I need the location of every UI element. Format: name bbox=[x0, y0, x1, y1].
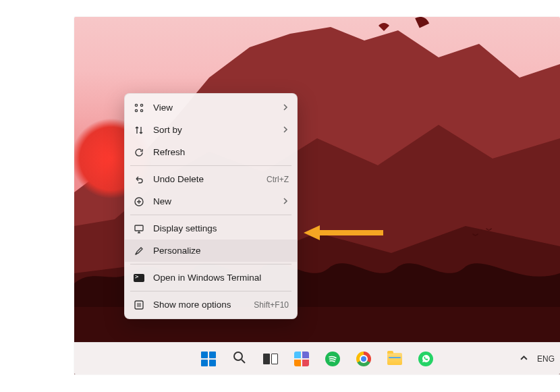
system-tray: ENG bbox=[520, 354, 555, 364]
search-icon bbox=[232, 350, 247, 368]
whatsapp-icon bbox=[418, 352, 433, 366]
start-button[interactable] bbox=[196, 346, 221, 372]
menu-item-refresh[interactable]: Refresh bbox=[125, 141, 297, 163]
svg-point-2 bbox=[135, 109, 137, 111]
file-explorer-button[interactable] bbox=[382, 346, 408, 372]
language-indicator[interactable]: ENG bbox=[537, 354, 555, 364]
menu-item-undo-delete[interactable]: Undo Delete Ctrl+Z bbox=[125, 168, 297, 190]
wallpaper-paraglider bbox=[378, 21, 390, 35]
spotify-button[interactable] bbox=[320, 346, 345, 372]
wallpaper-bird: ︾ bbox=[486, 226, 493, 235]
menu-item-new[interactable]: New bbox=[125, 190, 297, 213]
menu-item-accelerator: Ctrl+Z bbox=[267, 175, 289, 184]
menu-item-label: Show more options bbox=[153, 300, 246, 310]
menu-item-label: Open in Windows Terminal bbox=[153, 273, 289, 283]
menu-item-view[interactable]: View bbox=[125, 96, 297, 119]
menu-item-open-terminal[interactable]: Open in Windows Terminal bbox=[125, 267, 297, 289]
desktop-wallpaper-area[interactable]: ︾ ︾ View Sort by Refresh Undo Delete Ctr… bbox=[74, 17, 560, 374]
menu-item-personalize[interactable]: Personalize bbox=[125, 240, 297, 262]
tray-overflow-button[interactable] bbox=[520, 354, 528, 364]
search-button[interactable] bbox=[227, 346, 252, 372]
brush-icon bbox=[133, 245, 145, 257]
chevron-right-icon bbox=[282, 103, 289, 113]
annotation-arrow bbox=[304, 223, 385, 243]
sort-icon bbox=[133, 124, 145, 136]
widgets-icon bbox=[294, 352, 309, 366]
spotify-icon bbox=[325, 352, 340, 366]
svg-point-1 bbox=[140, 104, 142, 106]
menu-item-label: Refresh bbox=[153, 147, 289, 157]
chrome-button[interactable] bbox=[351, 346, 376, 372]
svg-rect-5 bbox=[135, 225, 143, 231]
menu-item-sort-by[interactable]: Sort by bbox=[125, 119, 297, 141]
menu-item-label: Display settings bbox=[153, 223, 289, 233]
wallpaper-bird: ︾ bbox=[472, 231, 479, 241]
menu-separator bbox=[130, 165, 291, 166]
whatsapp-button[interactable] bbox=[413, 346, 439, 372]
chevron-right-icon bbox=[282, 196, 289, 206]
menu-separator bbox=[130, 215, 291, 215]
undo-icon bbox=[133, 173, 145, 186]
menu-item-label: Personalize bbox=[153, 246, 289, 256]
menu-separator bbox=[130, 264, 291, 264]
more-icon bbox=[133, 299, 145, 311]
svg-point-0 bbox=[135, 104, 137, 106]
desktop-context-menu: View Sort by Refresh Undo Delete Ctrl+Z … bbox=[124, 93, 298, 319]
chrome-icon bbox=[356, 352, 371, 366]
plus-icon bbox=[133, 196, 145, 208]
chevron-right-icon bbox=[282, 125, 289, 135]
menu-item-label: View bbox=[153, 103, 274, 113]
task-view-button[interactable] bbox=[258, 346, 283, 372]
widgets-button[interactable] bbox=[289, 346, 314, 372]
menu-item-label: Sort by bbox=[153, 125, 274, 135]
folder-icon bbox=[387, 353, 402, 365]
grid-icon bbox=[133, 102, 145, 114]
terminal-icon bbox=[133, 272, 145, 284]
taskbar: ENG bbox=[74, 342, 560, 374]
svg-point-9 bbox=[234, 352, 242, 360]
menu-item-display-settings[interactable]: Display settings bbox=[125, 217, 297, 240]
menu-separator bbox=[130, 291, 291, 291]
menu-item-label: Undo Delete bbox=[153, 174, 258, 184]
svg-marker-8 bbox=[304, 225, 320, 240]
refresh-icon bbox=[133, 146, 145, 159]
display-icon bbox=[133, 223, 145, 235]
taskbar-pinned-apps bbox=[196, 346, 439, 372]
menu-item-show-more-options[interactable]: Show more options Shift+F10 bbox=[125, 293, 297, 316]
svg-point-3 bbox=[140, 109, 142, 111]
menu-item-label: New bbox=[153, 196, 274, 206]
menu-item-accelerator: Shift+F10 bbox=[254, 300, 289, 310]
task-view-icon bbox=[263, 352, 278, 366]
